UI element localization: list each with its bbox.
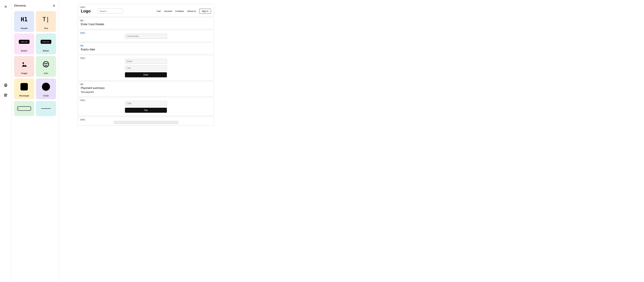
letsgo-button-preview: Let's Go bbox=[19, 40, 30, 44]
element-rectangle[interactable]: Rectangle bbox=[14, 78, 34, 99]
svg-point-10 bbox=[45, 63, 46, 64]
element-label: Circle bbox=[43, 94, 49, 97]
element-label: Text bbox=[44, 27, 48, 30]
forms-block-pay[interactable]: forms Pay bbox=[78, 97, 214, 116]
title-text: Expiry date bbox=[81, 48, 211, 51]
block-tag-title: title bbox=[80, 44, 84, 47]
element-label: Rectangle bbox=[19, 94, 29, 97]
elements-panel: Elements H1 Header T| Text Let's Go Butt… bbox=[12, 0, 59, 282]
element-text[interactable]: T| Text bbox=[36, 11, 56, 32]
elements-panel-title: Elements bbox=[14, 4, 26, 8]
footer-block[interactable]: footer bbox=[78, 116, 214, 126]
menu-block[interactable]: menu Logo Cart Account Contacts About us… bbox=[78, 4, 214, 17]
amount-input[interactable] bbox=[125, 101, 167, 106]
month-input[interactable] bbox=[125, 59, 167, 64]
block-tag-forms: forms bbox=[80, 32, 86, 34]
card-number-input[interactable] bbox=[125, 34, 167, 39]
h1-glyph: H1 bbox=[21, 16, 28, 23]
element-label: Icon bbox=[44, 72, 48, 74]
title-text: Enter Card Details bbox=[81, 23, 211, 26]
logo-text: Logo bbox=[81, 9, 91, 14]
pay-button[interactable]: Pay bbox=[125, 108, 167, 113]
input-shape bbox=[17, 106, 31, 111]
block-tag-footer: footer bbox=[80, 118, 86, 121]
rectangle-shape bbox=[20, 83, 28, 90]
components-icon[interactable] bbox=[3, 92, 9, 98]
element-button[interactable]: Let's Go Button bbox=[14, 34, 34, 54]
block-tag-forms: forms bbox=[80, 57, 86, 60]
year-input[interactable] bbox=[125, 66, 167, 71]
svg-point-4 bbox=[6, 94, 7, 95]
enter-button[interactable]: Enter bbox=[125, 72, 167, 77]
element-button-alt[interactable]: Let's Go Button bbox=[36, 34, 56, 54]
element-line[interactable] bbox=[36, 101, 56, 116]
svg-point-11 bbox=[46, 63, 47, 64]
element-label: Button bbox=[21, 50, 27, 52]
smiley-icon bbox=[42, 60, 50, 68]
letsgo-button-preview: Let's Go bbox=[40, 40, 52, 44]
circle-shape bbox=[42, 83, 50, 91]
block-tag-forms: forms bbox=[80, 99, 86, 102]
element-label: Button bbox=[43, 50, 49, 52]
text-glyph: T| bbox=[42, 16, 50, 23]
svg-point-9 bbox=[43, 62, 49, 67]
summary-subtitle: Test payment bbox=[81, 91, 211, 93]
svg-point-5 bbox=[4, 96, 5, 97]
nav-link-contacts[interactable]: Contacts bbox=[176, 10, 184, 12]
element-icon[interactable]: Icon bbox=[36, 56, 56, 77]
forms-block-card[interactable]: forms bbox=[78, 30, 214, 42]
block-tag-menu: menu bbox=[80, 6, 86, 8]
element-label: Header bbox=[21, 27, 28, 30]
element-circle[interactable]: Circle bbox=[36, 78, 56, 99]
title-block-expiry[interactable]: title Expiry date bbox=[78, 42, 214, 54]
print-icon[interactable] bbox=[3, 82, 9, 88]
footer-placeholder-bar bbox=[114, 121, 178, 124]
element-label: Image bbox=[21, 72, 27, 74]
element-input[interactable] bbox=[14, 101, 34, 116]
nav-link-about[interactable]: About us bbox=[187, 10, 196, 12]
element-header[interactable]: H1 Header bbox=[14, 11, 34, 32]
title-text: Payment summary bbox=[81, 86, 211, 90]
element-image[interactable]: Image bbox=[14, 56, 34, 77]
collapse-panel-button[interactable] bbox=[3, 4, 9, 10]
search-input[interactable] bbox=[98, 8, 123, 14]
image-icon bbox=[21, 61, 28, 68]
nav-link-cart[interactable]: Cart bbox=[157, 10, 161, 12]
nav-link-account[interactable]: Account bbox=[164, 10, 172, 12]
icon-rail bbox=[0, 0, 12, 282]
block-tag-title: title bbox=[80, 19, 84, 22]
signin-button[interactable]: Sign in bbox=[199, 9, 211, 14]
title-block-summary[interactable]: title Payment summary Test payment bbox=[78, 81, 214, 96]
forms-block-expiry[interactable]: forms Enter bbox=[78, 55, 214, 80]
block-tag-title: title bbox=[80, 83, 84, 86]
line-shape bbox=[41, 108, 51, 109]
svg-rect-3 bbox=[4, 94, 5, 95]
canvas-area[interactable]: menu Logo Cart Account Contacts About us… bbox=[59, 0, 644, 282]
svg-point-8 bbox=[22, 62, 24, 64]
elements-grid: H1 Header T| Text Let's Go Button Let's … bbox=[14, 11, 56, 116]
title-block-card-details[interactable]: title Enter Card Details bbox=[78, 18, 214, 29]
close-panel-button[interactable] bbox=[52, 4, 56, 8]
